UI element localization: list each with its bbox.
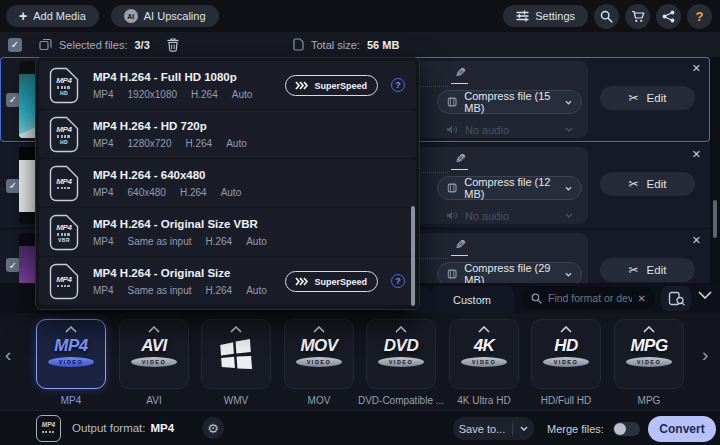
check-icon: ✓ xyxy=(9,94,17,105)
video-badge: VIDEO xyxy=(48,357,94,367)
format-tile-mov[interactable]: MOV VIDEO MOV xyxy=(284,319,354,406)
rename-pencil-icon[interactable]: ✎ xyxy=(455,65,466,80)
settings-button[interactable]: Settings xyxy=(503,5,588,27)
speaker-icon xyxy=(446,210,458,221)
total-size-value: 56 MB xyxy=(367,39,399,51)
tab-custom[interactable]: Custom xyxy=(430,286,514,313)
plus-icon: + xyxy=(19,9,27,23)
ai-upscaling-button[interactable]: AI AI Upscaling xyxy=(111,5,219,27)
rename-pencil-icon[interactable]: ✎ xyxy=(455,237,466,252)
collapse-panel-chevron[interactable] xyxy=(698,291,712,299)
mp4-file-icon: MP4 VBR xyxy=(49,214,79,251)
total-size-label: Total size: xyxy=(311,39,360,51)
convert-label: Convert xyxy=(659,422,704,436)
preset-item[interactable]: MP4 VBR MP4 H.264 - Original Size VBR MP… xyxy=(39,208,416,256)
format-logo: DVD xyxy=(384,336,418,356)
edit-button[interactable]: ✂ Edit xyxy=(600,258,695,282)
format-tile-wmv[interactable]: WMV xyxy=(201,319,271,406)
chevron-down-icon xyxy=(565,272,572,277)
app-window: + Add Media AI AI Upscaling Settings xyxy=(0,0,720,445)
format-tile-label: DVD-Compatible ... xyxy=(358,395,444,406)
preset-title: MP4 H.264 - Original Size VBR xyxy=(93,218,267,230)
video-stream-select[interactable]: Compress file (15 MB) xyxy=(437,90,582,114)
format-tile-label: MP4 xyxy=(61,395,82,406)
audio-option-label: No audio xyxy=(465,210,509,222)
chevron-down-icon xyxy=(565,100,572,105)
preset-title: MP4 H.264 - HD 720p xyxy=(93,120,247,132)
format-tile-4k[interactable]: 4K VIDEO 4K Ultra HD xyxy=(449,319,519,406)
format-tile-hd[interactable]: HD VIDEO HD/Full HD xyxy=(531,319,601,406)
device-detect-button[interactable] xyxy=(661,286,691,311)
edit-label: Edit xyxy=(647,92,667,104)
chevron-up-icon xyxy=(560,326,572,333)
divider xyxy=(512,423,513,435)
clear-search-button[interactable]: ✕ xyxy=(638,293,646,304)
video-option-label: Compress file (12 MB) xyxy=(464,176,558,200)
convert-button[interactable]: Convert xyxy=(648,416,716,442)
merge-files-label: Merge files: xyxy=(547,423,604,435)
preset-settings-button[interactable]: ⚙ xyxy=(202,417,224,439)
scroll-formats-left-button[interactable]: ‹ xyxy=(5,345,11,364)
remove-file-button[interactable]: ✕ xyxy=(692,62,701,75)
format-search-field[interactable]: ✕ xyxy=(522,287,655,309)
row-checkbox[interactable]: ✓ xyxy=(6,93,20,107)
save-to-label: Save to... xyxy=(459,423,505,435)
format-tile-avi[interactable]: AVI VIDEO AVI xyxy=(119,319,189,406)
help-button[interactable]: ? xyxy=(687,4,712,29)
scroll-formats-right-button[interactable]: › xyxy=(702,345,708,364)
format-logo: MPG xyxy=(630,336,667,356)
edit-button[interactable]: ✂ Edit xyxy=(600,172,695,196)
share-button[interactable] xyxy=(656,4,681,29)
superspeed-badge: SuperSpeed xyxy=(285,271,378,292)
row-checkbox[interactable]: ✓ xyxy=(6,258,20,272)
chevron-up-icon xyxy=(643,326,655,333)
format-tile-mp4[interactable]: MP4 VIDEO MP4 xyxy=(36,319,106,406)
film-icon xyxy=(447,268,457,280)
check-icon: ✓ xyxy=(9,180,17,191)
format-logo: MOV xyxy=(300,336,337,356)
edit-button[interactable]: ✂ Edit xyxy=(600,86,695,110)
video-badge: VIDEO xyxy=(131,357,177,367)
cart-button[interactable] xyxy=(625,4,650,29)
cart-icon xyxy=(631,10,645,23)
save-to-button[interactable]: Save to... xyxy=(453,417,534,440)
pencil-underline xyxy=(451,255,468,256)
preset-specs: MP41920x1080H.264Auto xyxy=(93,89,252,100)
search-button[interactable] xyxy=(594,4,619,29)
select-all-checkbox[interactable]: ✓ xyxy=(8,38,22,52)
preset-item[interactable]: MP4 MP4 H.264 - 640x480 MP4640x480H.264A… xyxy=(39,159,416,207)
audio-stream-select[interactable]: No audio xyxy=(437,205,582,226)
edit-label: Edit xyxy=(647,264,667,276)
share-icon xyxy=(662,10,675,23)
merge-files-toggle[interactable] xyxy=(613,422,640,436)
chevron-down-icon xyxy=(565,186,572,191)
sliders-icon xyxy=(516,10,529,22)
row-checkbox[interactable]: ✓ xyxy=(6,179,20,193)
video-stream-select[interactable]: Compress file (12 MB) xyxy=(437,176,582,200)
dropdown-scrollbar[interactable] xyxy=(411,206,415,306)
superspeed-help-icon[interactable]: ? xyxy=(391,274,405,288)
format-search-input[interactable] xyxy=(548,292,632,304)
rename-pencil-icon[interactable]: ✎ xyxy=(455,151,466,166)
film-icon xyxy=(447,96,457,108)
superspeed-badge: SuperSpeed xyxy=(285,75,378,96)
remove-file-button[interactable]: ✕ xyxy=(692,234,701,247)
preset-item[interactable]: MP4 HD MP4 H.264 - Full HD 1080p MP41920… xyxy=(39,61,416,109)
superspeed-help-icon[interactable]: ? xyxy=(391,78,405,92)
preset-item[interactable]: MP4 MP4 H.264 - Original Size MP4Same as… xyxy=(39,257,416,305)
preset-item[interactable]: MP4 HD MP4 H.264 - HD 720p MP41280x720H.… xyxy=(39,110,416,158)
audio-stream-select[interactable]: No audio xyxy=(437,119,582,140)
chevron-up-icon xyxy=(313,326,325,333)
mp4-file-icon: MP4 xyxy=(49,165,79,202)
file-list-scrollbar[interactable] xyxy=(713,200,717,238)
trash-button[interactable] xyxy=(167,38,179,52)
format-tile-mpg[interactable]: MPG VIDEO MPG xyxy=(614,319,684,406)
speaker-icon xyxy=(446,124,458,135)
pencil-underline xyxy=(451,83,468,84)
mp4-file-icon: MP4 xyxy=(49,263,79,300)
add-media-button[interactable]: + Add Media xyxy=(6,5,99,27)
mp4-file-icon: MP4 HD xyxy=(49,116,79,153)
format-tile-dvd[interactable]: DVD VIDEO DVD-Compatible ... xyxy=(366,319,436,406)
copy-files-icon xyxy=(39,38,52,51)
remove-file-button[interactable]: ✕ xyxy=(692,148,701,161)
